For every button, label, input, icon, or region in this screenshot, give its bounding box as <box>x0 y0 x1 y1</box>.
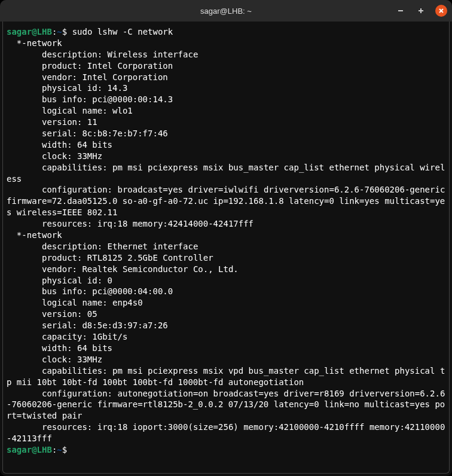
output-line: width: 64 bits <box>7 139 445 151</box>
prompt-at: @ <box>32 27 36 36</box>
output-line: version: 11 <box>7 117 445 128</box>
window-title: sagar@LHB: ~ <box>200 7 252 16</box>
output-line: clock: 33MHz <box>7 151 445 162</box>
output-line: physical id: 14.3 <box>7 83 445 94</box>
output-line: resources: irq:18 memory:42414000-42417f… <box>7 218 445 230</box>
output-line: clock: 33MHz <box>7 354 445 365</box>
prompt-path: ~ <box>57 445 62 454</box>
close-icon <box>438 7 445 14</box>
prompt-user: sagar <box>7 27 32 36</box>
output-line: physical id: 0 <box>7 275 445 286</box>
minimize-button[interactable] <box>395 5 407 17</box>
output-line: configuration: autonegotiation=on broadc… <box>7 388 445 422</box>
output-line: description: Wireless interface <box>7 49 445 60</box>
close-button[interactable] <box>435 5 447 17</box>
output-line: configuration: broadcast=yes driver=iwlw… <box>7 184 445 218</box>
output-line: bus info: pci@0000:04:00.0 <box>7 286 445 297</box>
output-line: vendor: Realtek Semiconductor Co., Ltd. <box>7 264 445 275</box>
output-line: capabilities: pm msi pciexpress msix vpd… <box>7 365 445 388</box>
output-line: bus info: pci@0000:00:14.3 <box>7 94 445 105</box>
minimize-icon <box>397 7 404 14</box>
output-line: serial: d8:5e:d3:97:a7:26 <box>7 320 445 331</box>
output-line: capabilities: pm msi pciexpress msix bus… <box>7 162 445 185</box>
titlebar: sagar@LHB: ~ <box>0 0 452 22</box>
output-line: *-network <box>7 38 445 49</box>
output-line: resources: irq:18 ioport:3000(size=256) … <box>7 422 445 444</box>
titlebar-controls <box>395 5 447 17</box>
output-line: *-network <box>7 230 445 241</box>
output-line: logical name: wlo1 <box>7 105 445 117</box>
output-line: logical name: enp4s0 <box>7 297 445 309</box>
terminal-body[interactable]: sagar@LHB:~$ sudo lshw -C network *-netw… <box>2 22 450 474</box>
prompt-user: sagar <box>7 445 32 454</box>
prompt-dollar: $ <box>62 27 72 36</box>
prompt-at: @ <box>32 445 36 454</box>
output-line: serial: 8c:b8:7e:b7:f7:46 <box>7 128 445 139</box>
maximize-icon <box>417 7 424 14</box>
output-line: width: 64 bits <box>7 343 445 354</box>
prompt-path: ~ <box>57 27 62 36</box>
output-line: capacity: 1Gbit/s <box>7 331 445 343</box>
prompt-dollar: $ <box>62 445 72 454</box>
prompt-host: LHB <box>37 27 52 36</box>
output-line: description: Ethernet interface <box>7 241 445 252</box>
output-line: product: RTL8125 2.5GbE Controller <box>7 252 445 264</box>
prompt-host: LHB <box>37 445 52 454</box>
output-line: version: 05 <box>7 309 445 320</box>
terminal-window: sagar@LHB: ~ sagar@LHB:~$ sudo lshw -C n… <box>0 0 452 476</box>
output-line: vendor: Intel Corporation <box>7 72 445 83</box>
maximize-button[interactable] <box>415 5 427 17</box>
output-line: product: Intel Corporation <box>7 60 445 72</box>
command-text: sudo lshw -C network <box>72 27 173 36</box>
